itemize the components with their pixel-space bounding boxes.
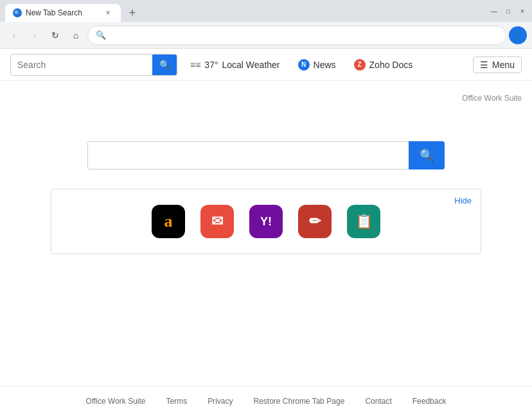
weather-link[interactable]: ≡≡ 37° Local Weather bbox=[185, 57, 285, 73]
footer-link-contact[interactable]: Contact bbox=[365, 397, 391, 406]
shortcut-mail[interactable]: ✉ bbox=[200, 205, 234, 238]
center-search-button[interactable]: 🔍 bbox=[409, 141, 445, 169]
amazon-icon: a bbox=[164, 212, 173, 231]
footer: Office Work Suite Terms Privacy Restore … bbox=[0, 386, 532, 416]
reload-button[interactable]: ↻ bbox=[46, 26, 64, 44]
center-search-input[interactable] bbox=[87, 141, 409, 169]
home-button[interactable]: ⌂ bbox=[67, 26, 85, 44]
shortcuts-icons-container: a ✉ Y! ✏ 📋 bbox=[62, 200, 470, 243]
back-button[interactable]: ‹ bbox=[5, 26, 23, 44]
mail-icon: ✉ bbox=[211, 213, 223, 230]
search-magnifier-icon: 🔍 bbox=[420, 148, 434, 162]
center-search-container: 🔍 bbox=[87, 141, 445, 169]
address-bar[interactable]: 🔍 bbox=[87, 26, 506, 45]
footer-link-restore[interactable]: Restore Chrome Tab Page bbox=[254, 397, 345, 406]
hide-link[interactable]: Hide bbox=[454, 196, 472, 205]
yahoo-icon: Y! bbox=[260, 215, 272, 229]
tab-favicon: 🔍 bbox=[13, 8, 22, 17]
profile-button[interactable]: 👤 bbox=[509, 26, 527, 44]
active-tab[interactable]: 🔍 New Tab Search × bbox=[5, 4, 121, 22]
zoho-label: Zoho Docs bbox=[369, 60, 413, 70]
weather-icon: ≡≡ bbox=[190, 60, 200, 70]
footer-link-privacy[interactable]: Privacy bbox=[208, 397, 233, 406]
toolbar-search-button[interactable]: 🔍 bbox=[152, 54, 177, 76]
menu-label: Menu bbox=[492, 60, 515, 70]
form-icon: ✏ bbox=[309, 213, 321, 230]
footer-link-feedback[interactable]: Feedback bbox=[412, 397, 447, 406]
shortcut-docs[interactable]: 📋 bbox=[347, 205, 380, 238]
close-window-button[interactable]: × bbox=[518, 6, 527, 15]
docs-icon: 📋 bbox=[355, 213, 373, 230]
shortcut-amazon[interactable]: a bbox=[152, 205, 185, 238]
news-label: News bbox=[314, 60, 336, 70]
zoho-icon: Z bbox=[354, 59, 366, 71]
menu-icon: ☰ bbox=[480, 60, 488, 70]
office-suite-top-label: Office Work Suite bbox=[462, 94, 522, 103]
menu-button[interactable]: ☰ Menu bbox=[473, 56, 522, 73]
shortcut-yahoo[interactable]: Y! bbox=[249, 205, 283, 238]
news-link[interactable]: N News bbox=[293, 56, 341, 73]
footer-link-terms[interactable]: Terms bbox=[166, 397, 188, 406]
search-icon: 🔍 bbox=[159, 60, 170, 70]
shortcuts-box: Hide a ✉ Y! ✏ bbox=[51, 189, 481, 254]
weather-label: Local Weather bbox=[222, 60, 280, 70]
toolbar-search-box: 🔍 bbox=[10, 54, 177, 76]
search-icon: 🔍 bbox=[96, 30, 106, 40]
shortcut-form[interactable]: ✏ bbox=[298, 205, 332, 238]
footer-link-office[interactable]: Office Work Suite bbox=[86, 397, 146, 406]
forward-button[interactable]: › bbox=[26, 26, 44, 44]
tab-title: New Tab Search bbox=[26, 8, 82, 17]
weather-temp: 37° bbox=[204, 60, 218, 70]
profile-icon: 👤 bbox=[511, 29, 524, 41]
new-tab-button[interactable]: + bbox=[123, 4, 141, 22]
toolbar-search-input[interactable] bbox=[11, 60, 152, 70]
maximize-button[interactable]: □ bbox=[504, 6, 513, 15]
tab-close-button[interactable]: × bbox=[103, 8, 113, 18]
zoho-link[interactable]: Z Zoho Docs bbox=[349, 56, 418, 73]
address-input[interactable] bbox=[110, 30, 498, 40]
news-icon: N bbox=[298, 59, 310, 71]
minimize-button[interactable]: — bbox=[490, 6, 499, 15]
